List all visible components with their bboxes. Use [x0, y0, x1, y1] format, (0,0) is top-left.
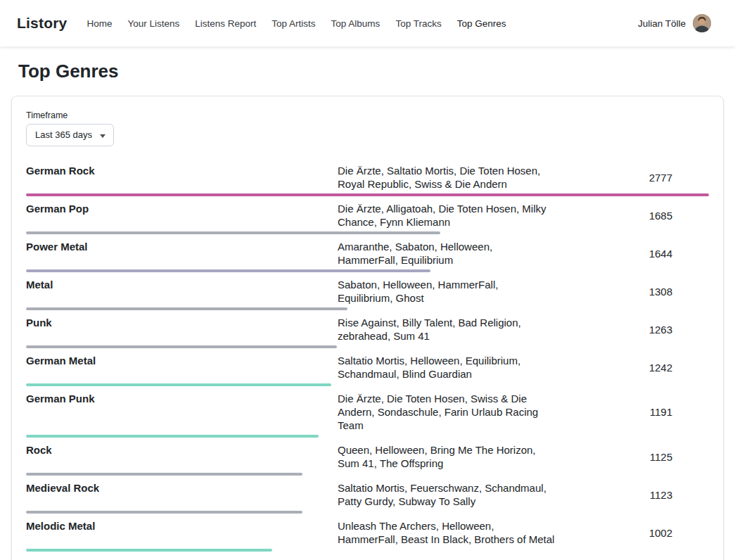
genre-name: German Punk [26, 392, 338, 432]
genre-row: Power Metal Amaranthe, Sabaton, Hellowee… [26, 234, 709, 272]
genre-artists: Die Ärzte, Saltatio Mortis, Die Toten Ho… [338, 164, 556, 191]
nav-listens-report[interactable]: Listens Report [195, 18, 256, 29]
genre-row: Rock Queen, Helloween, Bring Me The Hori… [26, 438, 709, 476]
genre-name: German Rock [26, 164, 338, 191]
top-genres-card: Timeframe Last 365 days German Rock Die … [11, 96, 724, 560]
genre-name: German Indie [26, 557, 338, 560]
genre-list: German Rock Die Ärzte, Saltatio Mortis, … [26, 158, 709, 560]
genre-count: 1685 [556, 210, 709, 222]
nav-your-listens[interactable]: Your Listens [127, 18, 179, 29]
user-menu[interactable]: Julian Tölle [638, 14, 711, 32]
genre-row: Medieval Rock Saltatio Mortis, Feuerschw… [26, 476, 709, 514]
genre-count: 1191 [556, 406, 709, 418]
genre-row: German Rock Die Ärzte, Saltatio Mortis, … [26, 158, 709, 196]
genre-row: German Punk Die Ärzte, Die Toten Hosen, … [26, 386, 709, 438]
user-name: Julian Tölle [638, 18, 686, 29]
genre-artists: Amaranthe, Sabaton, Helloween, HammerFal… [338, 240, 556, 267]
genre-name: Melodic Metal [26, 519, 338, 546]
genre-count: 1125 [556, 451, 709, 463]
avatar[interactable] [693, 14, 711, 32]
genre-count: 2777 [556, 172, 709, 184]
timeframe-value: Last 365 days [35, 129, 92, 140]
genre-row: Metal Sabaton, Helloween, HammerFall, Eq… [26, 272, 709, 310]
genre-artists: Rise Against, Billy Talent, Bad Religion… [338, 316, 556, 343]
genre-artists: Saltatio Mortis, Helloween, Equilibrium,… [338, 354, 556, 381]
chevron-down-icon [100, 134, 106, 138]
genre-name: Punk [26, 316, 338, 343]
main-nav: Home Your Listens Listens Report Top Art… [87, 18, 638, 29]
main-content: Top Genres Timeframe Last 365 days Germa… [0, 61, 735, 560]
brand-logo[interactable]: Listory [17, 15, 67, 32]
navbar: Listory Home Your Listens Listens Report… [0, 0, 735, 46]
genre-count: 1002 [556, 527, 709, 539]
genre-name: German Pop [26, 202, 338, 229]
nav-top-tracks[interactable]: Top Tracks [395, 18, 441, 29]
nav-top-albums[interactable]: Top Albums [331, 18, 381, 29]
genre-name: Power Metal [26, 240, 338, 267]
genre-name: German Metal [26, 354, 338, 381]
nav-top-artists[interactable]: Top Artists [271, 18, 315, 29]
genre-count: 1644 [556, 248, 709, 260]
genre-row: German Pop Die Ärzte, Alligatoah, Die To… [26, 196, 709, 234]
genre-artists: Saltatio Mortis, Feuerschwanz, Schandmau… [338, 481, 556, 508]
genre-count: 1123 [556, 489, 709, 501]
genre-artists: Bukahara, Käptn Peng, KYTES, Von Wegen L… [338, 557, 556, 560]
page-title: Top Genres [18, 61, 717, 82]
genre-name: Metal [26, 278, 338, 305]
nav-home[interactable]: Home [87, 18, 112, 29]
genre-artists: Die Ärzte, Die Toten Hosen, Swiss & Die … [338, 392, 556, 432]
genre-count: 1263 [556, 324, 709, 336]
genre-row: Punk Rise Against, Billy Talent, Bad Rel… [26, 310, 709, 348]
genre-name: Medieval Rock [26, 481, 338, 508]
genre-artists: Queen, Helloween, Bring Me The Horizon, … [338, 443, 556, 470]
genre-row: German Indie Bukahara, Käptn Peng, KYTES… [26, 552, 709, 560]
genre-artists: Unleash The Archers, Helloween, HammerFa… [338, 519, 556, 546]
genre-row: Melodic Metal Unleash The Archers, Hello… [26, 514, 709, 552]
timeframe-label: Timeframe [26, 110, 709, 120]
genre-count: 1242 [556, 362, 709, 374]
genre-count: 1308 [556, 286, 709, 298]
genre-name: Rock [26, 443, 338, 470]
avatar-image [693, 14, 711, 32]
genre-row: German Metal Saltatio Mortis, Helloween,… [26, 348, 709, 386]
genre-artists: Sabaton, Helloween, HammerFall, Equilibr… [338, 278, 556, 305]
nav-top-genres[interactable]: Top Genres [457, 18, 506, 29]
timeframe-select[interactable]: Last 365 days [26, 124, 114, 146]
genre-artists: Die Ärzte, Alligatoah, Die Toten Hosen, … [338, 202, 556, 229]
